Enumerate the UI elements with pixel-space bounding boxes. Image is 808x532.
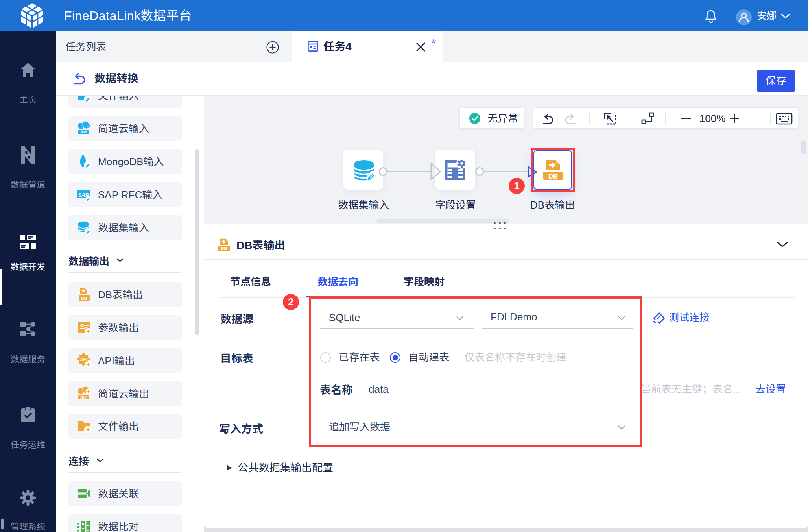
svg-text:DB: DB <box>221 246 227 251</box>
svg-text:JDY: JDY <box>80 130 87 134</box>
svg-text:API: API <box>80 357 87 362</box>
svg-text:DB: DB <box>81 296 87 301</box>
svg-text:JDY: JDY <box>80 395 87 399</box>
